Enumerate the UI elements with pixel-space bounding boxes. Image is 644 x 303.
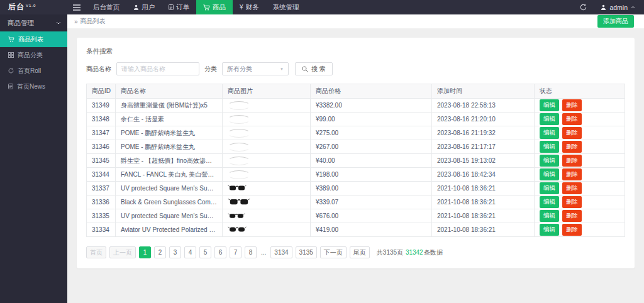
cell-product-image (223, 113, 311, 126)
delete-button[interactable]: 删除 (562, 196, 582, 208)
pagination-page[interactable]: 3 (169, 246, 181, 258)
search-button[interactable]: 搜 索 (295, 62, 333, 75)
delete-button[interactable]: 删除 (562, 168, 582, 180)
cell-product-price: ¥339.07 (311, 196, 432, 209)
search-section-title: 条件搜索 (86, 47, 625, 56)
menu-toggle-icon[interactable] (67, 0, 86, 14)
pagination-page[interactable]: 3135 (296, 246, 317, 258)
cell-product-name: UV protected Square Men's Sunglasses (P3… (116, 209, 223, 223)
person-icon (601, 4, 606, 10)
cell-product-id: 31345 (87, 154, 116, 168)
cell-product-name: 爵生堂 - 【超抵價】fino高效渗透護髮膜 红色 230g... (116, 154, 223, 168)
product-name-input[interactable] (116, 62, 199, 75)
cell-product-image (223, 140, 311, 154)
edit-button[interactable]: 编辑 (540, 155, 559, 167)
edit-button[interactable]: 编辑 (540, 224, 559, 236)
cell-status: 编辑删除 (535, 168, 625, 182)
admin-username: admin (609, 4, 628, 11)
category-select[interactable]: 所有分类 ▼ (222, 62, 289, 75)
sunglasses-image (228, 184, 247, 191)
cart-icon (203, 4, 210, 11)
sidebar-group-label: 商品管理 (8, 19, 34, 28)
nav-item-users[interactable]: 用户 (126, 0, 162, 14)
cell-product-price: ¥267.00 (311, 140, 432, 154)
pagination-last[interactable]: 尾页 (350, 246, 370, 258)
pagination-page[interactable]: 5 (199, 246, 211, 258)
pagination-page[interactable]: 3134 (270, 246, 292, 258)
pagination-page[interactable]: 2 (154, 246, 166, 258)
pagination-prev[interactable]: 上一页 (109, 246, 136, 258)
cell-product-image (223, 209, 311, 223)
edit-button[interactable]: 编辑 (540, 113, 559, 125)
cell-added-time: 2023-08-16 21:17:17 (432, 140, 535, 154)
pagination-page[interactable]: 1 (139, 246, 151, 258)
sidebar-item-label: 商品分类 (18, 51, 43, 60)
nav-item-products[interactable]: 商品 (196, 0, 233, 14)
edit-button[interactable]: 编辑 (540, 196, 559, 208)
delete-button[interactable]: 删除 (562, 224, 582, 236)
table-header-row: 商品ID 商品名称 商品图片 商品价格 添加时间 状态 (87, 84, 625, 99)
chevron-up-icon (631, 6, 635, 9)
pagination-next[interactable]: 下一页 (320, 246, 347, 258)
edit-button[interactable]: 编辑 (540, 141, 559, 153)
breadcrumb-bar: » 商品列表 添加商品 (67, 14, 644, 29)
nav-label: 财务 (246, 3, 259, 12)
sidebar-item-product-category[interactable]: 商品分类 (0, 47, 67, 63)
delete-button[interactable]: 删除 (562, 113, 582, 125)
app-logo: 后台 V1.0 (0, 0, 67, 14)
sidebar-item-label: 首页Roll (18, 67, 41, 75)
cell-product-id: 31347 (87, 126, 116, 140)
topbar-right: admin (574, 0, 644, 14)
topbar: 后台 V1.0 后台首页 用户 订单 商品 ¥ 财务 (0, 0, 644, 14)
cell-added-time: 2023-08-18 22:58:13 (432, 99, 535, 113)
pagination-page[interactable]: 8 (245, 246, 257, 258)
refresh-icon[interactable] (574, 0, 592, 14)
pagination-page[interactable]: 7 (230, 246, 242, 258)
cell-product-price: ¥99.00 (311, 113, 432, 126)
cell-product-id: 31334 (87, 223, 116, 237)
edit-button[interactable]: 编辑 (540, 127, 559, 139)
pagination-page[interactable]: 4 (184, 246, 196, 258)
news-icon (8, 84, 13, 89)
summary-suffix: 条数据 (424, 249, 443, 256)
nav-item-finance[interactable]: ¥ 财务 (233, 0, 266, 14)
edit-button[interactable]: 编辑 (540, 182, 559, 194)
sidebar-group-product-management[interactable]: 商品管理 (0, 14, 67, 31)
nav-item-orders[interactable]: 订单 (162, 0, 196, 14)
delete-button[interactable]: 删除 (562, 141, 582, 153)
pagination-page[interactable]: 6 (214, 246, 226, 258)
pagination-first[interactable]: 首页 (86, 246, 106, 258)
sidebar-item-home-news[interactable]: 首页News (0, 79, 67, 94)
table-row: 31336 Black & Green Sunglasses Combo wit… (87, 196, 625, 209)
cell-product-name: POME - 鹏醇紫纳米益生丸 (116, 126, 223, 140)
delete-button[interactable]: 删除 (562, 182, 582, 194)
cell-product-price: ¥419.00 (311, 223, 432, 237)
nav-item-system[interactable]: 系统管理 (266, 0, 306, 14)
cell-added-time: 2023-08-16 21:19:32 (432, 126, 535, 140)
delete-button[interactable]: 删除 (562, 155, 582, 167)
sunglasses-image (228, 197, 250, 206)
cell-added-time: 2023-08-15 19:13:02 (432, 154, 535, 168)
add-product-button[interactable]: 添加商品 (597, 15, 634, 28)
cell-product-price: ¥40.00 (311, 154, 432, 168)
delete-button[interactable]: 删除 (562, 210, 582, 222)
edit-button[interactable]: 编辑 (540, 168, 559, 180)
cell-status: 编辑删除 (535, 196, 625, 209)
delete-button[interactable]: 删除 (562, 127, 582, 139)
edit-button[interactable]: 编辑 (540, 210, 559, 222)
product-image-placeholder (228, 143, 250, 152)
col-header-product-price: 商品价格 (311, 84, 432, 99)
nav-item-dashboard[interactable]: 后台首页 (86, 0, 126, 14)
cell-product-price: ¥3382.00 (311, 99, 432, 113)
col-header-added-time: 添加时间 (432, 84, 535, 99)
edit-button[interactable]: 编辑 (540, 99, 559, 111)
sidebar-item-home-roll[interactable]: 首页Roll (0, 63, 67, 79)
admin-menu[interactable]: admin (592, 0, 644, 14)
cell-product-id: 31335 (87, 209, 116, 223)
app-version: V1.0 (26, 4, 36, 8)
sunglasses-image (228, 212, 245, 219)
product-name-label: 商品名称 (86, 65, 111, 74)
delete-button[interactable]: 删除 (562, 99, 582, 111)
cart-icon (8, 36, 14, 42)
sidebar-item-product-list[interactable]: 商品列表 (0, 31, 67, 47)
